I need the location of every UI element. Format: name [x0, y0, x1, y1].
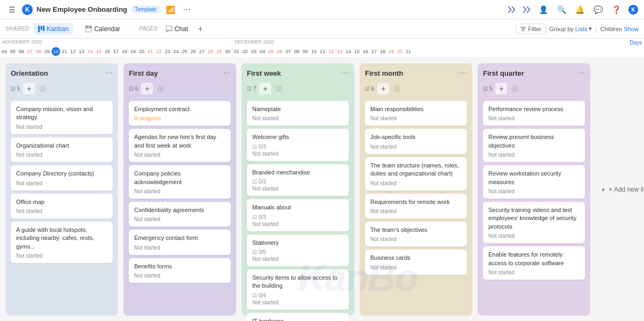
list-add-btn-firstweek[interactable]: + [259, 83, 271, 94]
list-info-btn-firstmonth[interactable]: ⓘ [392, 84, 401, 93]
card-status: Not started [370, 144, 462, 150]
more-icon[interactable]: ⋯ [180, 3, 193, 16]
children-toggle[interactable]: Children Show [601, 26, 639, 32]
card-status: Not started [488, 115, 580, 121]
list-menu-firstday[interactable]: ⋯ [223, 69, 231, 77]
filter-icon [521, 26, 526, 32]
list-count-firstday: ☑ 6 [129, 86, 138, 92]
add-list-btn[interactable]: + + Add new list [596, 63, 644, 316]
list-header-firstmonth: First month ⋯ [365, 69, 467, 77]
top-bar-icons: 👤 🔍 🔔 💬 ❓ K [507, 3, 639, 16]
list-info-btn-firstquarter[interactable]: ⓘ [510, 84, 519, 93]
template-badge[interactable]: Template [130, 5, 161, 13]
nov-label: NOVEMBER 2020 [0, 39, 232, 46]
list-count-firstquarter: ☑ 5 [483, 86, 492, 92]
chat-nav[interactable]: Chat [162, 23, 192, 35]
card-title: A guide with local hotspots, including n… [16, 226, 107, 251]
card[interactable]: Review present business objectives Not s… [483, 129, 585, 162]
card-title: Manuals about [252, 203, 343, 211]
person-icon[interactable]: 👤 [537, 3, 550, 16]
card[interactable]: Manuals about ☑ 0/3 Not started [247, 199, 349, 231]
card-check: ☑ 0/3 [252, 179, 343, 185]
card-check: ☑ 0/3 [252, 144, 343, 150]
list-add-btn-firstday[interactable]: + [141, 83, 153, 94]
card[interactable]: Office map Not started [11, 194, 113, 218]
card-status: Not started [370, 265, 462, 271]
card-title: Review workstation security measures [488, 170, 580, 186]
list-title-firstquarter: First quarter [483, 69, 524, 77]
list-info-btn-firstday[interactable]: ⓘ [156, 84, 165, 93]
rss-icon[interactable]: 📶 [164, 3, 177, 16]
list-menu-firstquarter[interactable]: ⋯ [577, 69, 585, 77]
card[interactable]: Organizational chart Not started [11, 137, 113, 162]
card[interactable]: Main responsibilities Not started [365, 101, 467, 126]
card-title: Security training videos and test employ… [488, 206, 580, 231]
filter-btn[interactable]: Filter [516, 24, 546, 34]
list-add-btn-firstmonth[interactable]: + [377, 83, 389, 94]
svg-rect-5 [40, 26, 42, 30]
bell-icon[interactable]: 🔔 [573, 3, 586, 16]
card[interactable]: Enable features for remotely access to c… [483, 246, 585, 280]
list-add-btn-orientation[interactable]: + [23, 83, 35, 94]
hamburger-icon[interactable]: ☰ [5, 3, 18, 16]
add-page-btn[interactable]: + [195, 23, 207, 35]
card[interactable]: Business cards Not started [365, 250, 467, 274]
list-menu-firstmonth[interactable]: ⋯ [459, 69, 467, 77]
card-status: Not started [488, 188, 580, 194]
list-info-btn-orientation[interactable]: ⓘ [38, 84, 47, 93]
card[interactable]: Security training videos and test employ… [483, 202, 585, 243]
card[interactable]: Confidentiality agreements Not started [129, 202, 231, 227]
calendar-nav[interactable]: Calendar [81, 23, 125, 35]
search-icon[interactable]: 🔍 [555, 3, 568, 16]
card-title: Emergency contact form [134, 234, 225, 242]
card[interactable]: Company Directory (contacts) Not started [11, 165, 113, 190]
kanban-nav[interactable]: Kanban [34, 23, 73, 35]
help-icon[interactable]: ❓ [610, 3, 623, 16]
card-status: Not started [252, 115, 343, 121]
svg-rect-6 [43, 26, 45, 31]
list-firstmonth: First month ⋯ ☑ 6 + ⓘ Main responsibilit… [360, 63, 472, 316]
card[interactable]: Stationery ☑ 0/5 Not started [247, 235, 349, 266]
card[interactable]: IT hardware ☑ 0/5 Not started [247, 313, 349, 321]
card[interactable]: Requirements for remote work Not started [365, 194, 467, 218]
card[interactable]: Emergency contact form Not started [129, 230, 231, 254]
shared-nav: SHARED Kanban · Calendar · PAGES Chat + … [0, 19, 644, 39]
chat-icon[interactable]: 💬 [591, 3, 604, 16]
card[interactable]: Employment contract In progress [129, 101, 231, 126]
dec-label: DECEMBER 2020 [232, 39, 413, 46]
card[interactable]: A guide with local hotspots, including n… [11, 222, 113, 263]
list-header-orientation: Orientation ⋯ [11, 69, 113, 77]
card[interactable]: The team structure (names, roles, duties… [365, 157, 467, 191]
list-firstweek: First week ⋯ ☑ 7 + ⓘ Nameplate Not start… [241, 63, 354, 316]
card[interactable]: Agendas for new hire's first day and fir… [129, 129, 231, 162]
card-status: Not started [16, 152, 107, 158]
list-title-firstmonth: First month [365, 69, 404, 77]
list-firstquarter: First quarter ⋯ ☑ 5 + ⓘ Performance revi… [478, 63, 590, 316]
list-menu-firstweek[interactable]: ⋯ [341, 69, 349, 77]
card[interactable]: Benefits forms Not started [129, 258, 231, 283]
card[interactable]: The team's objectives Not started [365, 222, 467, 246]
card-title: Enable features for remotely access to c… [488, 251, 580, 267]
card[interactable]: Security items to allow access to the bu… [247, 269, 349, 310]
list-firstday: First day ⋯ ☑ 6 + ⓘ Employment contract … [123, 63, 236, 316]
chevron-down-icon: ▾ [589, 25, 592, 32]
card[interactable]: Company mission, vision and strategy. No… [11, 101, 113, 134]
card-status: Not started [16, 180, 107, 186]
card[interactable]: Welcome gifts ☑ 0/3 Not started [247, 129, 349, 160]
list-info-btn-firstweek[interactable]: ⓘ [274, 84, 283, 93]
card-status: In progress [134, 115, 225, 121]
card[interactable]: Branded merchandise ☑ 0/3 Not started [247, 164, 349, 196]
list-add-btn-firstquarter[interactable]: + [495, 83, 507, 94]
svg-rect-4 [38, 26, 40, 32]
card[interactable]: Performance review process Not started [483, 101, 585, 126]
card-title: Agendas for new hire's first day and fir… [134, 133, 225, 150]
group-by[interactable]: Group by Lists ▾ [550, 25, 592, 32]
svg-rect-7 [85, 26, 92, 32]
card[interactable]: Review workstation security measures Not… [483, 165, 585, 199]
list-title-firstweek: First week [247, 69, 281, 77]
list-menu-orientation[interactable]: ⋯ [105, 69, 113, 77]
card[interactable]: Job-specific tools Not started [365, 129, 467, 154]
card[interactable]: Nameplate Not started [247, 101, 349, 126]
card-status: Not started [488, 152, 580, 158]
card[interactable]: Company policies acknowledgement Not sta… [129, 165, 231, 199]
